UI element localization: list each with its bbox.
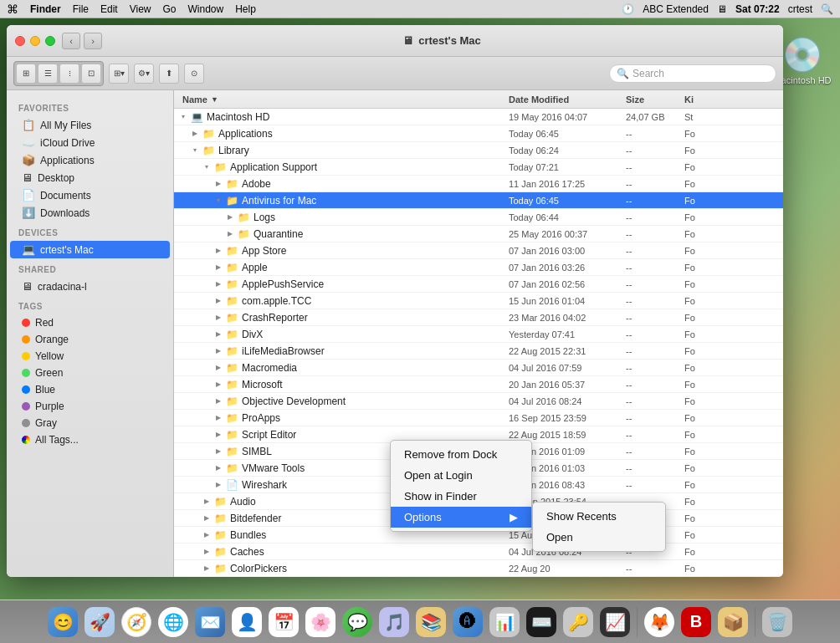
dock-itunes[interactable]: 🎵 [377, 605, 411, 639]
table-row[interactable]: ▾📁LibraryToday 06:24--Fo [174, 142, 783, 159]
sidebar-tag-purple[interactable]: Purple [10, 398, 170, 415]
input-method[interactable]: ABC Extended [643, 3, 709, 15]
dock-calendar[interactable]: 📅 [267, 605, 300, 639]
show-in-finder-item[interactable]: Show in Finder [391, 486, 531, 507]
table-row[interactable]: ▾📁Antivirus for MacToday 06:45--Fo [174, 192, 783, 209]
sidebar-item-all-files[interactable]: 📋 All My Files [10, 116, 170, 134]
file-name-text: Macromedia [242, 362, 297, 374]
maximize-button[interactable] [45, 36, 55, 46]
menubar-edit[interactable]: Edit [100, 3, 118, 15]
file-kind: Fo [684, 179, 751, 189]
menubar-help[interactable]: Help [235, 3, 256, 15]
table-row[interactable]: ▶📁Macromedia04 Jul 2016 07:59--Fo [174, 360, 783, 376]
table-row[interactable]: ▶📁App Store07 Jan 2016 03:00--Fo [174, 242, 783, 259]
table-row[interactable]: ▶📁ColorPickers22 Aug 20--Fo [174, 560, 783, 577]
sidebar-item-icloud[interactable]: ☁️ iCloud Drive [10, 134, 170, 151]
open-item[interactable]: Open [533, 527, 665, 548]
minimize-button[interactable] [30, 36, 40, 46]
search-icon[interactable]: 🔍 [821, 3, 833, 15]
sidebar-item-documents[interactable]: 📄 Documents [10, 186, 170, 204]
table-row[interactable]: ▶📁Objective Development04 Jul 2016 08:24… [174, 393, 783, 410]
dock-mail[interactable]: ✉️ [193, 605, 227, 639]
dock-monitor[interactable]: 📈 [598, 605, 632, 639]
dock-messages[interactable]: 💬 [341, 605, 374, 639]
table-row[interactable]: ▶📁Apple07 Jan 2016 03:26--Fo [174, 259, 783, 276]
dock-activity[interactable]: 📊 [488, 605, 521, 639]
dock-photos[interactable]: 🌸 [304, 605, 337, 639]
dock-ibooks[interactable]: 📚 [414, 605, 448, 639]
table-row[interactable]: ▶📁Quarantine25 May 2016 00:37--Fo [174, 226, 783, 242]
col-header-kind[interactable]: Ki [684, 94, 751, 105]
file-kind: Fo [684, 564, 751, 574]
dock-firefox[interactable]: 🦊 [643, 605, 676, 639]
table-row[interactable]: ▶📁ProApps16 Sep 2015 23:59--Fo [174, 410, 783, 426]
column-view-btn[interactable]: ⫶ [59, 64, 79, 84]
sidebar-tag-orange[interactable]: Orange [10, 331, 170, 348]
table-row[interactable]: ▶📁DivXYesterday 07:41--Fo [174, 326, 783, 343]
dock-keychain[interactable]: 🔑 [561, 605, 595, 639]
menubar-file[interactable]: File [73, 3, 89, 15]
dock-contacts[interactable]: 👤 [230, 605, 264, 639]
apple-menu[interactable]: ⌘ [7, 3, 18, 16]
col-header-date[interactable]: Date Modified [509, 94, 626, 105]
col-header-size[interactable]: Size [626, 94, 684, 105]
dock-trash[interactable]: 🗑️ [761, 605, 794, 639]
sidebar-item-desktop[interactable]: 🖥 Desktop [10, 169, 170, 186]
back-button[interactable]: ‹ [62, 33, 80, 49]
search-bar[interactable]: 🔍 Search [609, 64, 776, 83]
open-at-login-item[interactable]: Open at Login [391, 465, 531, 486]
dock-chrome[interactable]: 🌐 [156, 605, 190, 639]
table-row[interactable]: ▾📁Application SupportToday 07:21--Fo [174, 159, 783, 176]
arrange-btn[interactable]: ⊞▾ [109, 64, 129, 84]
table-row[interactable]: ▾💻Macintosh HD19 May 2016 04:0724,07 GBS… [174, 109, 783, 125]
tags-btn[interactable]: ⊙ [184, 64, 204, 84]
folder-icon: 📁 [226, 278, 238, 290]
menubar-view[interactable]: View [130, 3, 151, 15]
col-header-name[interactable]: Name ▼ [174, 94, 509, 105]
table-row[interactable]: ▶📁com.apple.TCC15 Jun 2016 01:04--Fo [174, 293, 783, 309]
table-row[interactable]: ▶📁iLifeMediaBrowser22 Aug 2015 22:31--Fo [174, 343, 783, 360]
folder-icon: 📁 [226, 412, 238, 424]
icon-view-btn[interactable]: ⊞ [16, 64, 36, 84]
dock-appstore[interactable]: 🅐 [451, 605, 484, 639]
options-submenu-trigger[interactable]: Options ▶ [391, 507, 531, 528]
table-row[interactable]: ▶📁LogsToday 06:44--Fo [174, 209, 783, 226]
sidebar-tag-all[interactable]: All Tags... [10, 431, 170, 448]
dock-terminal[interactable]: ⌨️ [525, 605, 558, 639]
dock-launchpad[interactable]: 🚀 [83, 605, 116, 639]
menubar-finder[interactable]: Finder [30, 3, 61, 15]
share-btn[interactable]: ⬆ [159, 64, 179, 84]
mail-icon: ✉️ [195, 607, 225, 637]
sidebar-item-applications[interactable]: 📦 Applications [10, 151, 170, 169]
sidebar-item-downloads[interactable]: ⬇️ Downloads [10, 204, 170, 222]
menubar-window[interactable]: Window [188, 3, 224, 15]
table-row[interactable]: ▶📁CrashReporter23 Mar 2016 04:02--Fo [174, 309, 783, 326]
action-btn[interactable]: ⚙▾ [134, 64, 154, 84]
sidebar-tag-gray[interactable]: Gray [10, 415, 170, 431]
cover-view-btn[interactable]: ⊡ [81, 64, 101, 84]
sidebar-tag-green[interactable]: Green [10, 365, 170, 381]
sidebar-tag-yellow[interactable]: Yellow [10, 348, 170, 365]
sidebar-item-shared[interactable]: 🖥 cradacina-l [10, 278, 170, 295]
dock-finder[interactable]: 😊 [46, 605, 79, 639]
table-row[interactable]: ▶📁Microsoft20 Jan 2016 05:37--Fo [174, 376, 783, 393]
file-date: Today 06:45 [509, 129, 626, 139]
folder-icon: 📄 [226, 479, 238, 491]
list-view-btn[interactable]: ☰ [38, 64, 58, 84]
dock-archive[interactable]: 📦 [716, 605, 750, 639]
file-size: 24,07 GB [626, 112, 684, 122]
remove-from-dock-item[interactable]: Remove from Dock [391, 444, 531, 465]
table-row[interactable]: ▶📁Adobe11 Jan 2016 17:25--Fo [174, 176, 783, 192]
sidebar-tag-red[interactable]: Red [10, 314, 170, 331]
dock-safari[interactable]: 🧭 [120, 605, 153, 639]
show-recents-item[interactable]: Show Recents [533, 506, 665, 527]
table-row[interactable]: ▶📁ApplicationsToday 06:45--Fo [174, 125, 783, 142]
table-row[interactable]: ▶📁ApplePushService07 Jan 2016 02:56--Fo [174, 276, 783, 293]
dock-bitdefender[interactable]: B [679, 605, 713, 639]
close-button[interactable] [15, 36, 25, 46]
disclosure-arrow: ▶ [214, 347, 223, 355]
sidebar-tag-blue[interactable]: Blue [10, 381, 170, 398]
sidebar-item-mac[interactable]: 💻 crtest's Mac [10, 241, 170, 258]
forward-button[interactable]: › [84, 33, 102, 49]
menubar-go[interactable]: Go [163, 3, 177, 15]
